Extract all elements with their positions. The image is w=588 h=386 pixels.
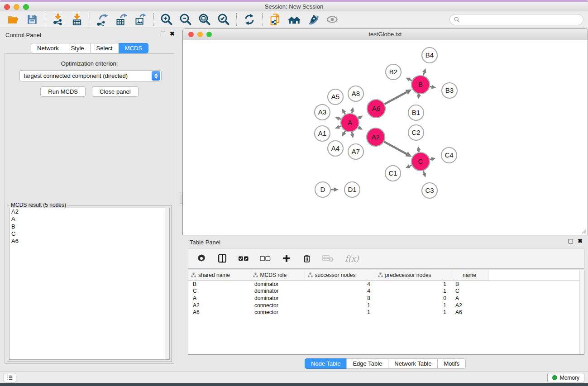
table-cell[interactable]: C	[188, 288, 250, 295]
graph-node-B2[interactable]: B2	[386, 64, 401, 80]
column-header-successor-nodes[interactable]: successor nodes	[305, 270, 375, 281]
table-cell[interactable]: C	[451, 288, 488, 295]
graph-node-A6[interactable]: A6	[367, 100, 385, 118]
search-input[interactable]	[460, 14, 583, 25]
table-cell[interactable]: 1	[375, 288, 451, 295]
search-field[interactable]	[449, 14, 583, 25]
mcds-list-scrollbar[interactable]	[165, 208, 169, 359]
graph-edge-A2-C[interactable]	[384, 142, 407, 154]
close-table-panel-icon[interactable]: ✖	[578, 239, 583, 243]
graph-node-C4[interactable]: C4	[441, 148, 457, 163]
tab-node-table[interactable]: Node Table	[305, 358, 347, 369]
graph-node-D1[interactable]: D1	[344, 182, 360, 197]
graph-node-D[interactable]: D	[315, 182, 330, 197]
graph-node-A1[interactable]: A1	[315, 126, 330, 141]
tab-edge-table[interactable]: Edge Table	[346, 358, 388, 369]
hide-annotations-button[interactable]	[304, 12, 323, 27]
delete-table-button[interactable]	[322, 254, 334, 262]
export-table-button[interactable]	[112, 12, 131, 27]
delete-rows-button[interactable]	[302, 253, 311, 263]
graph-node-A8[interactable]: A8	[348, 86, 363, 101]
tab-select[interactable]: Select	[90, 43, 119, 53]
table-cell[interactable]: B	[188, 281, 250, 288]
export-network-button[interactable]	[93, 12, 112, 27]
show-graphics-details-button[interactable]	[323, 12, 342, 27]
import-network-button[interactable]	[48, 12, 67, 27]
home-button[interactable]	[285, 12, 304, 27]
mcds-result-item[interactable]: A6	[10, 238, 169, 245]
table-cell[interactable]: 1	[305, 309, 375, 316]
graph-node-C1[interactable]: C1	[385, 166, 401, 181]
zoom-out-button[interactable]	[176, 12, 195, 27]
table-cell[interactable]: 8	[305, 295, 375, 302]
graph-node-B1[interactable]: B1	[408, 105, 424, 120]
table-cell[interactable]: A6	[188, 309, 250, 316]
table-scrollbar[interactable]	[579, 270, 584, 354]
graph-node-B3[interactable]: B3	[442, 83, 457, 98]
graph-edge-A6-B[interactable]	[384, 92, 407, 104]
graph-node-B4[interactable]: B4	[422, 48, 437, 63]
table-row[interactable]: Cdominator41C	[188, 288, 584, 295]
table-cell[interactable]: A6	[451, 309, 488, 316]
tab-mcds[interactable]: MCDS	[119, 43, 148, 53]
table-cell[interactable]: dominator	[250, 295, 305, 302]
table-cell[interactable]: 1	[375, 281, 451, 288]
table-cell[interactable]: connector	[250, 302, 305, 309]
mcds-result-item[interactable]: A2	[10, 208, 169, 215]
table-cell[interactable]: 4	[305, 281, 375, 288]
column-header-name[interactable]: name	[451, 270, 488, 281]
refresh-view-button[interactable]	[240, 12, 259, 27]
mcds-result-item[interactable]: B	[10, 223, 169, 230]
graph-node-B[interactable]: B	[411, 76, 430, 94]
save-session-button[interactable]	[23, 12, 42, 27]
table-cell[interactable]: 0	[375, 295, 451, 302]
table-cell[interactable]: A	[188, 295, 250, 302]
table-row[interactable]: Bdominator41B	[188, 281, 584, 288]
table-cell[interactable]: B	[451, 281, 488, 288]
column-header-predecessor-nodes[interactable]: predecessor nodes	[375, 270, 451, 281]
function-builder-button[interactable]: f(x)	[345, 254, 359, 263]
resize-grip-icon[interactable]	[580, 228, 587, 234]
table-cell[interactable]: dominator	[250, 288, 305, 295]
graph-node-A7[interactable]: A7	[348, 144, 363, 159]
column-header-MCDS-role[interactable]: MCDS role	[250, 270, 305, 281]
tab-motifs[interactable]: Motifs	[437, 358, 466, 369]
open-session-button[interactable]	[4, 12, 23, 27]
zoom-in-button[interactable]	[157, 12, 176, 27]
show-columns-button[interactable]	[217, 253, 227, 263]
run-mcds-button[interactable]: Run MCDS	[40, 86, 86, 97]
graph-node-A[interactable]: A	[341, 114, 359, 132]
mcds-result-item[interactable]: C	[10, 230, 169, 238]
network-canvas[interactable]: AA1A2A3A4A5A6A7A8BB1B2B3B4CC1C2C3C4DD1	[183, 41, 587, 234]
graph-node-C3[interactable]: C3	[422, 183, 437, 198]
table-cell[interactable]: A	[451, 295, 488, 302]
table-cell[interactable]: connector	[250, 309, 305, 316]
table-cell[interactable]: 1	[375, 302, 451, 309]
criterion-dropdown[interactable]: largest connected component (directed)	[19, 70, 162, 81]
add-row-button[interactable]	[282, 253, 292, 263]
task-history-button[interactable]	[4, 373, 16, 382]
graph-node-A3[interactable]: A3	[315, 105, 330, 120]
zoom-fit-button[interactable]	[195, 12, 214, 27]
tab-network-table[interactable]: Network Table	[388, 358, 438, 369]
graph-node-A4[interactable]: A4	[328, 141, 343, 156]
table-cell[interactable]: 1	[305, 302, 375, 309]
close-panel-button[interactable]: Close panel	[92, 86, 139, 97]
close-panel-icon[interactable]: ✖	[170, 32, 175, 36]
graph-node-C[interactable]: C	[411, 152, 430, 171]
memory-button[interactable]: Memory	[547, 373, 584, 382]
table-cell[interactable]: dominator	[250, 281, 305, 288]
graph-node-C2[interactable]: C2	[408, 125, 424, 140]
float-panel-icon[interactable]	[161, 32, 165, 36]
mcds-result-list[interactable]: A2ABCA6	[9, 208, 170, 360]
float-table-panel-icon[interactable]	[569, 239, 573, 243]
table-cell[interactable]: A2	[451, 302, 488, 309]
tab-style[interactable]: Style	[65, 43, 91, 53]
table-row[interactable]: A2connector11A2	[188, 302, 584, 309]
clone-network-button[interactable]	[266, 12, 285, 27]
table-cell[interactable]: A2	[188, 302, 250, 309]
table-cell[interactable]: 1	[375, 309, 451, 316]
zoom-selected-button[interactable]	[214, 12, 233, 27]
column-header-shared-name[interactable]: shared name	[188, 270, 250, 281]
table-cell[interactable]: 4	[305, 288, 375, 295]
